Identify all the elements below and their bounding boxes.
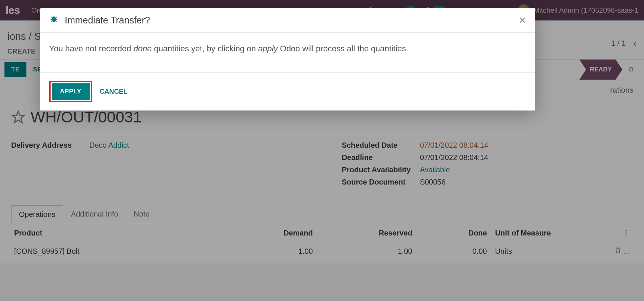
modal-text-2: quantities yet, by clicking on bbox=[152, 44, 258, 53]
close-button[interactable]: ✕ bbox=[519, 15, 526, 26]
close-icon: ✕ bbox=[519, 15, 526, 25]
cancel-button[interactable]: CANCEL bbox=[100, 88, 128, 96]
apply-button[interactable]: APPLY bbox=[52, 83, 90, 100]
modal-text-1: You have not recorded bbox=[49, 44, 134, 53]
modal-text-em1: done bbox=[134, 44, 152, 53]
immediate-transfer-modal: Immediate Transfer? ✕ You have not recor… bbox=[40, 8, 535, 111]
modal-text-3: Odoo will process all the quantities. bbox=[278, 44, 408, 53]
bug-icon bbox=[49, 15, 60, 26]
apply-highlight: APPLY bbox=[49, 81, 92, 102]
modal-text-em2: apply bbox=[258, 44, 278, 53]
modal-title: Immediate Transfer? bbox=[65, 15, 150, 26]
modal-body: You have not recorded done quantities ye… bbox=[40, 33, 535, 72]
